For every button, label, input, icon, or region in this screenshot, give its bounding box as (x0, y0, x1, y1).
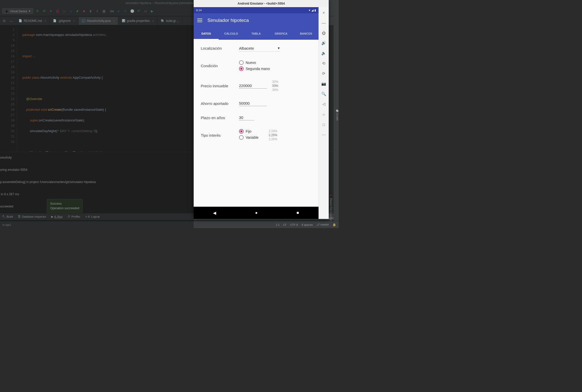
settings-icon[interactable]: ⚙ (3, 19, 6, 23)
close-icon[interactable]: × (73, 19, 75, 22)
label-rate: Tipo interés (201, 133, 239, 137)
device-icon: 📱 (5, 9, 8, 13)
attach-icon[interactable]: ⟐ (69, 9, 73, 13)
rate-spinner[interactable]: 2.24%2.25%2.26% (269, 129, 277, 141)
nav-recent-icon[interactable]: ■ (297, 211, 299, 215)
zoom-icon[interactable]: 🔍 (321, 91, 327, 97)
nav-back-icon[interactable]: ◀ (213, 211, 216, 215)
sync-icon[interactable]: ⟳ (42, 9, 46, 13)
rotate-right-icon[interactable]: ⟳ (321, 71, 327, 76)
select-location[interactable]: Albacete▾ (239, 45, 280, 52)
tool-profiler[interactable]: ⏱ Profiler (68, 214, 80, 220)
right-tool-strip: 🐘 Gradle 📱 Device File Explorer ▶ Emulat… (334, 6, 339, 221)
side-gradle[interactable]: 🐘 Gradle (336, 109, 339, 121)
close-icon[interactable]: × (44, 19, 46, 22)
deploy-icon[interactable]: ⇩ (95, 9, 99, 13)
minimize-panel-icon[interactable]: — (9, 19, 13, 23)
emu-overview-icon[interactable]: □ (321, 122, 327, 127)
side-device-explorer[interactable]: 📱 Device File Explorer (329, 194, 332, 221)
tab-label: AboutActivity.java (87, 19, 111, 23)
volume-up-icon[interactable]: 🔊 (321, 40, 327, 46)
emulator-titlebar[interactable]: Android Emulator - <build>:5554 (194, 0, 329, 7)
volume-down-icon[interactable]: 🔉 (321, 50, 327, 56)
signal-icon: ◢ (311, 9, 313, 12)
tab-readme[interactable]: 📄README.md× (16, 17, 49, 25)
label-savings: Ahorro aportado (201, 101, 239, 106)
status-branch[interactable]: ⎇ master (316, 223, 329, 226)
play-icon[interactable]: ▶ (150, 9, 154, 13)
label-price: Precio inmueble (201, 84, 239, 88)
close-emulator-icon[interactable]: × (321, 10, 327, 15)
more-icon[interactable]: ⋯ (321, 132, 327, 137)
status-encoding[interactable]: UTF-8 (290, 223, 298, 226)
tool-build[interactable]: 🔨 Build (2, 214, 13, 220)
radio-nuevo[interactable]: Nuevo (239, 60, 311, 65)
power-icon[interactable]: ⏻ (321, 30, 327, 36)
status-lf[interactable]: LF (283, 223, 286, 226)
lock-icon[interactable]: 🔒 (333, 223, 336, 226)
radio-fijo[interactable]: Fijo (239, 129, 258, 134)
chevron-down-icon: ▾ (278, 46, 280, 50)
input-price[interactable] (239, 83, 267, 89)
tab-datos[interactable]: DATOS (194, 27, 219, 40)
coverage-icon[interactable]: ⬈ (75, 9, 80, 13)
bug-icon[interactable]: 🐞 (56, 9, 60, 13)
tool-run[interactable]: ▶ 4: Run (51, 214, 62, 220)
git-label: Git: (110, 10, 114, 13)
reload-icon[interactable]: ↻ (36, 9, 40, 13)
emulator-window: Android Emulator - <build>:5554 6:14 ▾ ◢… (194, 0, 329, 219)
close-icon[interactable]: × (152, 19, 154, 22)
tab-gitignore[interactable]: 📄.gitignore× (50, 17, 78, 25)
git-commit-icon[interactable]: ✓ (124, 9, 128, 13)
debug-icon[interactable]: ◌ (62, 9, 66, 13)
input-term[interactable] (239, 115, 254, 120)
input-savings[interactable] (239, 101, 267, 106)
success-tooltip: Success Operation succeeded (47, 199, 83, 213)
label-location: Localización (201, 46, 239, 50)
form-area[interactable]: Localización Albacete▾ Condición Nuevo S… (194, 40, 319, 207)
tab-grafica[interactable]: GRÁFICA (269, 27, 294, 40)
tool-db[interactable]: 🗄 Database Inspector (18, 214, 46, 220)
minimize-emulator-icon[interactable]: — (321, 20, 327, 25)
menu-icon[interactable] (197, 19, 202, 22)
app-tabs: DATOS CÁLCULO TABLA GRÁFICA BANCOS (194, 27, 319, 40)
status-caret[interactable]: 1:1 (276, 223, 280, 226)
tab-label: README.md (24, 19, 42, 23)
phone-status-bar: 6:14 ▾ ◢ ▮ (194, 7, 319, 13)
tab-label: .gitignore (58, 19, 71, 23)
tab-aboutactivity[interactable]: CAboutActivity.java× (79, 17, 118, 25)
device-label: Virtual Device (10, 10, 27, 13)
radio-segunda-mano[interactable]: Segunda mano (239, 66, 311, 71)
undo-icon[interactable]: ↶ (137, 9, 141, 13)
wifi-icon: ▾ (309, 9, 310, 12)
tab-calculo[interactable]: CÁLCULO (219, 27, 244, 40)
device-selector[interactable]: 📱 Virtual Device ▾ (2, 8, 33, 14)
emu-home-icon[interactable]: ○ (321, 111, 327, 117)
stop-icon[interactable]: ■ (82, 9, 86, 13)
emu-back-icon[interactable]: ◁ (321, 101, 327, 107)
file-icon: 📄 (19, 19, 22, 23)
rotate-left-icon[interactable]: ⟲ (321, 61, 327, 66)
tab-buildgradle[interactable]: 🐘build.gr… (158, 17, 182, 25)
tab-tabla[interactable]: TABLA (244, 27, 269, 40)
emulator-title: Android Emulator - <build>:5554 (237, 2, 285, 5)
camera-icon[interactable]: 📷 (321, 81, 327, 87)
git-pull-icon[interactable]: ↙ (117, 9, 121, 13)
git-history-icon[interactable]: 🕘 (130, 9, 134, 13)
nav-home-icon[interactable]: ● (255, 211, 258, 215)
layout-icon[interactable]: ▭ (143, 9, 148, 13)
tab-gradleprops[interactable]: 📊gradle.properties× (119, 17, 157, 25)
close-icon[interactable]: × (113, 19, 115, 22)
file-icon: 📄 (53, 19, 57, 23)
percent-spinner[interactable]: 32%33%34% (272, 80, 278, 92)
tab-bancos[interactable]: BANCOS (294, 27, 319, 40)
avd-icon[interactable]: ▦ (102, 9, 106, 13)
status-indent[interactable]: 4 spaces (301, 223, 313, 226)
status-bar: ts ago) 1:1 LF UTF-8 4 spaces ⎇ master 🔒… (0, 221, 339, 228)
radio-variable[interactable]: Variable (239, 135, 258, 140)
tool-logcat[interactable]: ≡ 6: Logcat (85, 214, 100, 220)
profiler-icon[interactable]: ⧗ (89, 9, 93, 13)
phone-screen: 6:14 ▾ ◢ ▮ Simulador hipoteca DATOS CÁLC… (194, 7, 319, 219)
format-icon[interactable]: ≡ (49, 9, 53, 13)
app-title: Simulador hipoteca (207, 18, 249, 23)
